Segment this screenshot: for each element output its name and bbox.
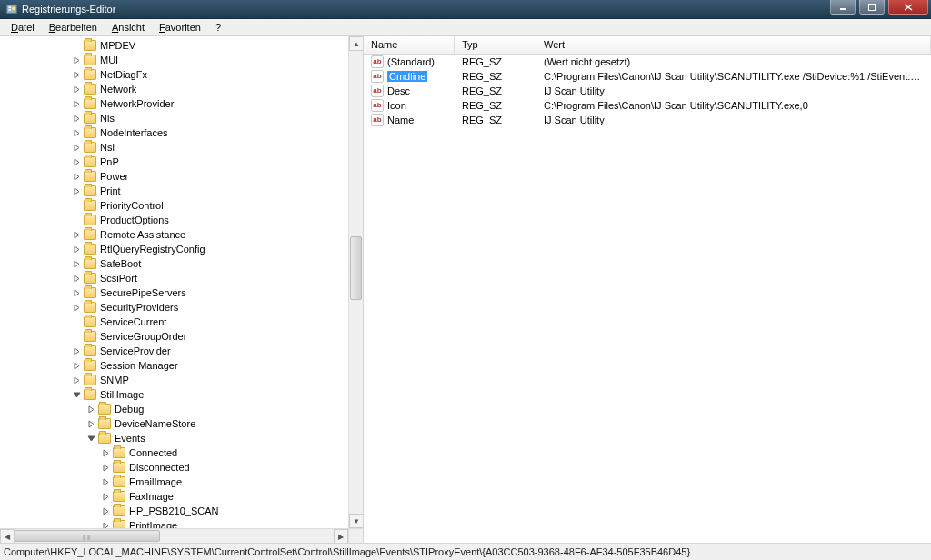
scroll-thumb[interactable]: ⦀⦀ xyxy=(15,530,160,542)
expand-toggle-icon[interactable] xyxy=(73,362,81,370)
tree-item[interactable]: ServiceGroupOrder xyxy=(0,329,348,344)
tree-item[interactable]: Print xyxy=(0,184,348,198)
expand-toggle-icon[interactable] xyxy=(73,347,81,355)
reg-string-icon: ab xyxy=(371,70,384,83)
tree-item-label: ServiceGroupOrder xyxy=(100,331,186,342)
tree-item[interactable]: FaxImage xyxy=(0,489,348,504)
tree-item[interactable]: Session Manager xyxy=(0,358,348,373)
tree-item[interactable]: MPDEV xyxy=(0,38,348,53)
maximize-button[interactable] xyxy=(859,0,885,15)
expand-toggle-icon[interactable] xyxy=(73,260,81,268)
registry-tree[interactable]: MPDEVMUINetDiagFxNetworkNetworkProviderN… xyxy=(0,36,348,528)
column-header-value[interactable]: Wert xyxy=(536,36,931,54)
tree-item[interactable]: MUI xyxy=(0,53,348,67)
expand-toggle-icon[interactable] xyxy=(73,100,81,108)
expand-toggle-icon[interactable] xyxy=(73,56,81,65)
value-row[interactable]: abCmdlineREG_SZC:\Program Files\Canon\IJ… xyxy=(364,69,931,84)
expand-toggle-icon[interactable] xyxy=(102,449,110,457)
folder-icon xyxy=(84,127,96,138)
expand-toggle-icon[interactable] xyxy=(73,245,81,254)
tree-item[interactable]: PnP xyxy=(0,155,348,169)
tree-item[interactable]: Network xyxy=(0,82,348,96)
tree-item[interactable]: Nsi xyxy=(0,140,348,155)
column-header-type[interactable]: Typ xyxy=(455,36,536,54)
tree-item-label: SNMP xyxy=(100,375,129,385)
expand-toggle-icon[interactable] xyxy=(73,289,81,297)
menu-edit[interactable]: Bearbeiten xyxy=(42,20,105,35)
tree-item[interactable]: ServiceCurrent xyxy=(0,315,348,329)
tree-item[interactable]: StillImage xyxy=(0,387,348,402)
menu-file[interactable]: Datei xyxy=(4,20,42,35)
expand-toggle-icon[interactable] xyxy=(73,391,81,399)
tree-item[interactable]: ServiceProvider xyxy=(0,344,348,358)
folder-icon xyxy=(113,505,125,516)
scroll-left-button[interactable]: ◀ xyxy=(0,529,15,543)
expand-toggle-icon[interactable] xyxy=(73,71,81,79)
expand-toggle-icon[interactable] xyxy=(102,507,110,515)
tree-horizontal-scrollbar[interactable]: ◀ ⦀⦀ ▶ xyxy=(0,528,348,543)
menu-favorites[interactable]: Favoriten xyxy=(152,20,208,35)
tree-item[interactable]: Connected xyxy=(0,445,348,460)
tree-item[interactable]: SecurityProviders xyxy=(0,300,348,315)
tree-vertical-scrollbar[interactable]: ▲ ▼ xyxy=(348,36,363,528)
tree-item[interactable]: DeviceNameStore xyxy=(0,416,348,431)
tree-item[interactable]: Nls xyxy=(0,111,348,125)
scroll-down-button[interactable]: ▼ xyxy=(349,514,364,528)
tree-item[interactable]: SafeBoot xyxy=(0,256,348,271)
tree-item[interactable]: SNMP xyxy=(0,373,348,387)
tree-item[interactable]: Disconnected xyxy=(0,460,348,475)
tree-item-label: PriorityControl xyxy=(100,200,164,211)
tree-item[interactable]: Debug xyxy=(0,402,348,416)
tree-item[interactable]: Events xyxy=(0,431,348,445)
expand-toggle-icon[interactable] xyxy=(73,376,81,385)
tree-item[interactable]: SecurePipeServers xyxy=(0,285,348,300)
value-row[interactable]: ab(Standard)REG_SZ(Wert nicht gesetzt) xyxy=(364,55,931,69)
expand-toggle-icon[interactable] xyxy=(73,275,81,283)
expand-toggle-icon[interactable] xyxy=(102,478,110,486)
value-row[interactable]: abDescREG_SZIJ Scan Utility xyxy=(364,84,931,98)
tree-item[interactable]: NodeInterfaces xyxy=(0,125,348,140)
reg-string-icon: ab xyxy=(371,55,384,68)
expand-toggle-icon[interactable] xyxy=(87,405,95,414)
close-button[interactable] xyxy=(888,0,928,15)
tree-item[interactable]: EmailImage xyxy=(0,475,348,489)
folder-icon xyxy=(84,375,96,385)
minimize-button[interactable] xyxy=(830,0,856,15)
tree-item[interactable]: HP_PSB210_SCAN xyxy=(0,504,348,518)
expand-toggle-icon[interactable] xyxy=(102,522,110,529)
tree-item[interactable]: PriorityControl xyxy=(0,198,348,213)
tree-item[interactable]: NetworkProvider xyxy=(0,96,348,111)
tree-item-label: EmailImage xyxy=(129,476,182,487)
menu-help[interactable]: ? xyxy=(208,20,228,35)
value-row[interactable]: abIconREG_SZC:\Program Files\Canon\IJ Sc… xyxy=(364,98,931,113)
tree-item[interactable]: PrintImage xyxy=(0,518,348,528)
expand-toggle-icon[interactable] xyxy=(73,173,81,181)
expand-toggle-icon[interactable] xyxy=(102,464,110,472)
scroll-right-button[interactable]: ▶ xyxy=(334,529,348,543)
expand-toggle-icon[interactable] xyxy=(87,435,95,443)
tree-item[interactable]: RtlQueryRegistryConfig xyxy=(0,242,348,256)
tree-item-label: DeviceNameStore xyxy=(115,418,195,429)
expand-toggle-icon[interactable] xyxy=(73,115,81,123)
expand-toggle-icon[interactable] xyxy=(73,144,81,152)
scroll-up-button[interactable]: ▲ xyxy=(349,36,364,51)
expand-toggle-icon[interactable] xyxy=(73,129,81,137)
expand-toggle-icon[interactable] xyxy=(73,304,81,312)
tree-item[interactable]: Power xyxy=(0,169,348,184)
tree-item[interactable]: Remote Assistance xyxy=(0,227,348,242)
expand-toggle-icon[interactable] xyxy=(87,420,95,428)
value-list[interactable]: ab(Standard)REG_SZ(Wert nicht gesetzt)ab… xyxy=(364,55,931,127)
expand-toggle-icon[interactable] xyxy=(73,231,81,239)
expand-toggle-icon[interactable] xyxy=(73,158,81,166)
tree-item[interactable]: NetDiagFx xyxy=(0,67,348,82)
column-header-name[interactable]: Name xyxy=(364,36,455,54)
expand-toggle-icon[interactable] xyxy=(102,493,110,501)
expand-toggle-icon[interactable] xyxy=(73,187,81,195)
scroll-thumb[interactable] xyxy=(350,236,362,300)
tree-item-label: NetDiagFx xyxy=(100,69,147,80)
expand-toggle-icon[interactable] xyxy=(73,85,81,94)
tree-item[interactable]: ProductOptions xyxy=(0,213,348,227)
value-row[interactable]: abNameREG_SZIJ Scan Utility xyxy=(364,113,931,127)
menu-view[interactable]: Ansicht xyxy=(105,20,152,35)
tree-item[interactable]: ScsiPort xyxy=(0,271,348,285)
